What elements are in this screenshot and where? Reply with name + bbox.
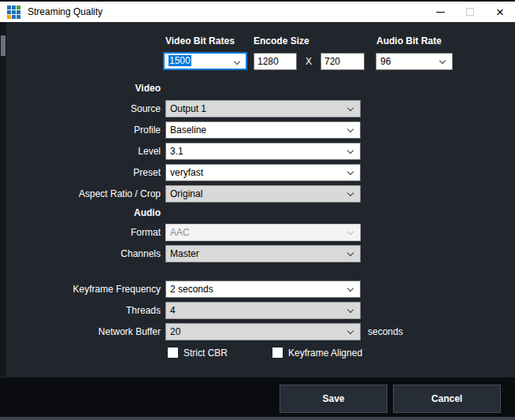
aspect-ratio-crop-combobox[interactable]: Original	[165, 185, 361, 203]
keyframe-frequency-label: Keyframe Frequency	[0, 281, 161, 298]
chevron-down-icon	[347, 147, 354, 154]
window-title: Streaming Quality	[28, 6, 102, 17]
format-value: AAC	[170, 227, 190, 238]
chevron-down-icon	[347, 285, 354, 292]
vmix-grid-icon	[7, 6, 20, 19]
level-label: Level	[0, 143, 161, 160]
keyframe-aligned-checkbox[interactable]	[272, 348, 283, 358]
keyframe-frequency-combobox[interactable]: 2 seconds	[165, 281, 361, 298]
preset-combobox[interactable]: veryfast	[165, 164, 361, 181]
channels-label: Channels	[0, 245, 161, 262]
save-button[interactable]: Save	[280, 385, 387, 413]
threads-combobox[interactable]: 4	[165, 302, 361, 319]
cancel-button[interactable]: Cancel	[393, 385, 501, 413]
network-buffer-combobox[interactable]: 20	[165, 323, 361, 340]
maximize-button	[455, 2, 485, 22]
level-value: 3.1	[170, 146, 183, 157]
window-bottom-edge	[0, 417, 515, 420]
source-label: Source	[0, 100, 161, 117]
level-combobox[interactable]: 3.1	[165, 143, 361, 160]
chevron-down-icon	[439, 58, 446, 64]
network-buffer-units: seconds	[368, 323, 403, 340]
aspect-ratio-crop-value: Original	[170, 188, 202, 199]
chevron-down-icon	[234, 58, 240, 65]
format-label: Format	[0, 224, 161, 241]
channels-value: Master	[170, 248, 199, 259]
chevron-down-icon	[347, 169, 354, 175]
window-controls: ×	[425, 2, 515, 22]
left-scrollbar-thumb[interactable]	[1, 35, 6, 56]
keyframe-frequency-value: 2 seconds	[170, 284, 213, 295]
minimize-icon	[436, 12, 445, 13]
threads-label: Threads	[0, 302, 161, 319]
profile-label: Profile	[0, 121, 161, 139]
video-bit-rate-combobox[interactable]: 1500	[163, 52, 247, 70]
audio-bit-rate-header: Audio Bit Rate	[376, 36, 442, 46]
video-section-header: Video	[0, 84, 161, 94]
encode-height-field[interactable]	[320, 53, 365, 70]
close-icon: ×	[496, 6, 504, 19]
streaming-quality-dialog: Streaming Quality × Video Bit Rates Enco…	[0, 0, 515, 420]
maximize-icon	[466, 8, 474, 16]
chevron-down-icon	[347, 328, 354, 334]
threads-value: 4	[170, 305, 176, 316]
format-combobox: AAC	[165, 224, 361, 241]
encode-width-field[interactable]	[254, 53, 297, 70]
keyframe-aligned-label[interactable]: Keyframe Aligned	[288, 348, 362, 359]
audio-bit-rate-value: 96	[380, 56, 391, 67]
network-buffer-label: Network Buffer	[0, 323, 161, 340]
chevron-down-icon	[347, 229, 354, 235]
chevron-down-icon	[347, 126, 354, 132]
source-combobox[interactable]: Output 1	[165, 100, 361, 117]
chevron-down-icon	[347, 190, 354, 196]
chevron-down-icon	[347, 105, 354, 111]
profile-combobox[interactable]: Baseline	[165, 121, 361, 139]
aspect-ratio-crop-label: Aspect Ratio / Crop	[0, 185, 161, 203]
preset-value: veryfast	[170, 167, 203, 178]
preset-label: Preset	[0, 164, 161, 181]
video-bit-rates-header: Video Bit Rates	[165, 36, 235, 46]
encode-size-separator: X	[306, 53, 312, 70]
title-bar: Streaming Quality ×	[0, 2, 515, 22]
network-buffer-value: 20	[170, 326, 180, 337]
source-value: Output 1	[170, 103, 206, 114]
audio-section-header: Audio	[0, 208, 161, 218]
chevron-down-icon	[347, 250, 354, 256]
channels-combobox[interactable]: Master	[165, 245, 361, 262]
minimize-button[interactable]	[425, 2, 455, 22]
strict-cbr-checkbox[interactable]	[168, 348, 178, 358]
video-bit-rate-value: 1500	[169, 55, 191, 66]
chevron-down-icon	[347, 307, 354, 313]
strict-cbr-label[interactable]: Strict CBR	[183, 348, 228, 359]
encode-size-header: Encode Size	[254, 36, 309, 46]
close-button[interactable]: ×	[485, 2, 515, 22]
audio-bit-rate-combobox[interactable]: 96	[376, 53, 453, 70]
profile-value: Baseline	[170, 125, 206, 136]
